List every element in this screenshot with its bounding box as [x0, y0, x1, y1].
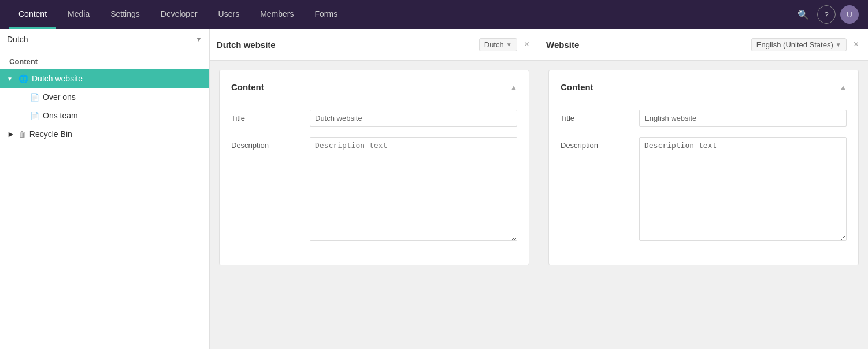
trash-icon: 🗑 [18, 130, 26, 139]
right-description-textarea[interactable] [639, 137, 847, 241]
left-card-header: Content ▲ [231, 82, 517, 98]
left-title-label: Title [231, 110, 301, 122]
nav-content[interactable]: Content [9, 0, 56, 29]
language-label: Dutch [7, 35, 28, 44]
right-panel-body: Content ▲ Title Description [539, 61, 868, 349]
panels-area: Dutch ▼ × Content ▲ Title [210, 29, 868, 349]
tree-item-label: Dutch website [32, 74, 83, 83]
chevron-down-icon-right: ▼ [836, 42, 841, 48]
nav-right-actions: 🔍 ? U [794, 5, 859, 24]
left-panel-header: Dutch ▼ × [210, 29, 539, 61]
left-panel-language-badge[interactable]: Dutch ▼ [479, 38, 517, 51]
globe-icon: 🌐 [18, 74, 28, 83]
sidebar-content-label: Content [0, 50, 209, 69]
left-card-title: Content [231, 82, 264, 92]
left-title-row: Title [231, 110, 517, 127]
language-selector[interactable]: Dutch ▼ [0, 29, 209, 50]
left-panel-body: Content ▲ Title Description [210, 61, 539, 349]
sidebar-tree: ▼ 🌐 Dutch website 📄 Over ons 📄 Ons team … [0, 69, 209, 349]
right-panel-close-button[interactable]: × [851, 37, 861, 52]
main-layout: Dutch ▼ Content ▼ 🌐 Dutch website 📄 Over… [0, 29, 868, 349]
right-title-field [639, 110, 847, 127]
right-card-title: Content [561, 82, 593, 92]
nav-settings[interactable]: Settings [101, 0, 149, 29]
left-panel: Dutch ▼ × Content ▲ Title [210, 29, 539, 349]
nav-developer[interactable]: Developer [151, 0, 207, 29]
expand-icon: ▼ [7, 76, 15, 82]
left-description-field [310, 137, 517, 243]
left-panel-language-label: Dutch [484, 40, 504, 49]
top-navigation: Content Media Settings Developer Users M… [0, 0, 868, 29]
right-panel-language-label: English (United States) [756, 40, 833, 49]
left-panel-title-input[interactable] [217, 40, 474, 50]
right-panel: English (United States) ▼ × Content ▲ Ti… [539, 29, 868, 349]
right-card-header: Content ▲ [561, 82, 847, 98]
left-description-label: Description [231, 137, 301, 150]
tree-child-label-2: Ons team [43, 111, 78, 120]
nav-media[interactable]: Media [58, 0, 99, 29]
left-title-field [310, 110, 517, 127]
left-description-textarea[interactable] [310, 137, 517, 241]
left-title-input[interactable] [310, 110, 517, 127]
nav-users[interactable]: Users [209, 0, 249, 29]
right-panel-header: English (United States) ▼ × [539, 29, 868, 61]
chevron-down-icon: ▼ [195, 35, 202, 43]
user-avatar[interactable]: U [840, 5, 859, 24]
right-panel-language-badge[interactable]: English (United States) ▼ [751, 38, 847, 51]
tree-item-over-ons[interactable]: 📄 Over ons [0, 88, 209, 106]
right-description-label: Description [561, 137, 630, 150]
collapse-icon-left[interactable]: ▲ [510, 83, 517, 91]
help-icon[interactable]: ? [817, 5, 836, 24]
recycle-bin-item[interactable]: ► 🗑 Recycle Bin [0, 125, 209, 143]
right-description-field [639, 137, 847, 243]
search-icon[interactable]: 🔍 [794, 5, 813, 24]
page-icon-2: 📄 [30, 112, 39, 120]
right-title-row: Title [561, 110, 847, 127]
collapse-icon-right[interactable]: ▲ [840, 83, 847, 91]
nav-forms[interactable]: Forms [306, 0, 347, 29]
right-description-row: Description [561, 137, 847, 243]
right-title-label: Title [561, 110, 630, 122]
sidebar: Dutch ▼ Content ▼ 🌐 Dutch website 📄 Over… [0, 29, 210, 349]
tree-item-ons-team[interactable]: 📄 Ons team [0, 106, 209, 125]
left-panel-close-button[interactable]: × [522, 37, 532, 52]
recycle-bin-label: Recycle Bin [29, 129, 72, 139]
tree-child-label: Over ons [43, 92, 76, 102]
right-title-input[interactable] [639, 110, 847, 127]
page-icon: 📄 [30, 93, 39, 102]
recycle-expand-icon: ► [7, 129, 15, 139]
tree-item-dutch-website[interactable]: ▼ 🌐 Dutch website [0, 69, 209, 88]
nav-members[interactable]: Members [251, 0, 303, 29]
right-panel-title-input[interactable] [546, 40, 747, 50]
left-content-card: Content ▲ Title Description [219, 70, 529, 265]
right-content-card: Content ▲ Title Description [548, 70, 859, 265]
chevron-down-icon-left: ▼ [506, 42, 512, 48]
left-description-row: Description [231, 137, 517, 243]
